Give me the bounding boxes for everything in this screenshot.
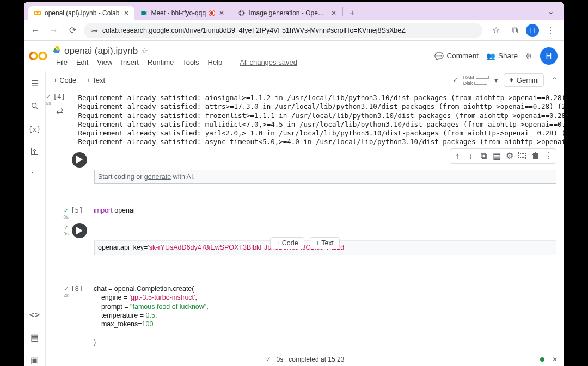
close-icon[interactable]: ✕ xyxy=(218,9,225,17)
collapse-icon[interactable]: ⌃ xyxy=(549,74,560,86)
tab-title: Meet - bhi-tfyo-qqq xyxy=(151,9,206,17)
site-info-icon[interactable]: ⊶ xyxy=(90,26,98,35)
commands-icon[interactable]: ▤ xyxy=(29,331,41,343)
add-code-button[interactable]: + Code xyxy=(50,75,79,86)
tab-title: openai (api).ipynb - Colab xyxy=(45,9,119,17)
move-down-icon[interactable]: ↓ xyxy=(464,150,476,162)
cell-action-toolbar: ↑ ↓ ⧉ ▤ ⚙ ⿻ 🗑 ⋮ xyxy=(450,148,556,164)
code-icon[interactable]: <> xyxy=(29,308,41,320)
search-icon[interactable] xyxy=(29,100,41,112)
url-input[interactable]: ⊶ colab.research.google.com/drive/1iunu8… xyxy=(84,23,482,38)
forward-button[interactable]: → xyxy=(47,23,61,38)
new-tab-button[interactable]: + xyxy=(344,6,360,20)
code-editor[interactable]: chat = openai.Completion.create( engine … xyxy=(94,283,564,348)
star-icon[interactable]: ☆ xyxy=(141,46,148,56)
account-avatar[interactable]: H xyxy=(540,47,558,65)
browser-tab-colab[interactable]: openai (api).ipynb - Colab ✕ xyxy=(28,6,134,20)
menu-help[interactable]: Help xyxy=(204,57,226,67)
prompt-number: [4] xyxy=(53,92,66,101)
cell-duration: 2s xyxy=(63,293,69,298)
close-icon[interactable]: ✕ xyxy=(330,9,337,17)
more-icon[interactable]: ⋮ xyxy=(543,150,555,162)
bookmark-icon[interactable]: ☆ xyxy=(489,23,503,38)
check-icon: ✓ xyxy=(64,207,69,214)
save-status[interactable]: All changes saved xyxy=(236,57,301,67)
insert-text-button[interactable]: + Text xyxy=(310,237,340,249)
resource-indicator[interactable]: RAM Disk xyxy=(463,75,489,86)
colab-app: openai (api).ipynb ☆ File Edit View Inse… xyxy=(24,41,564,366)
menu-tools[interactable]: Tools xyxy=(179,57,203,67)
output-expand-icon[interactable]: ⇄ xyxy=(56,106,76,116)
secrets-icon[interactable]: ⚿ xyxy=(29,146,41,158)
check-icon: ✓ xyxy=(46,94,51,101)
browser-window: openai (api).ipynb - Colab ✕ Meet - bhi-… xyxy=(24,2,564,366)
browser-tab-meet[interactable]: Meet - bhi-tfyo-qqq ✕ xyxy=(134,6,230,20)
svg-point-5 xyxy=(39,52,46,59)
link-icon[interactable]: ⧉ xyxy=(477,150,489,162)
menu-edit[interactable]: Edit xyxy=(72,57,92,67)
comment-icon: 💬 xyxy=(434,52,444,60)
resource-dropdown-icon[interactable]: ▾ xyxy=(494,76,498,84)
connection-status-icon xyxy=(540,357,544,362)
menu-file[interactable]: File xyxy=(52,57,71,67)
url-text: colab.research.google.com/drive/1iunu8dB… xyxy=(102,27,406,34)
notebook-title[interactable]: openai (api).ipynb xyxy=(64,46,138,57)
tab-title: Image generation - OpenAI A xyxy=(249,9,327,17)
mirror-icon[interactable]: ⿻ xyxy=(517,150,529,162)
gear-icon[interactable]: ⚙ xyxy=(525,52,532,60)
status-bar: ✓ 0s completed at 15:23 ✕ xyxy=(46,352,564,366)
cell-toolbar-top: + Code + Text ✓ RAM Disk ▾ ✦Gemini ⌃ xyxy=(46,71,564,90)
left-rail: ☰ {x} ⚿ 🗀 <> ▤ ▣ xyxy=(24,71,46,366)
run-button[interactable] xyxy=(72,223,87,238)
extensions-icon[interactable]: ⧉ xyxy=(507,23,522,38)
variables-icon[interactable]: {x} xyxy=(29,123,41,135)
cell-4-output: Requirement already satisfied: aiosignal… xyxy=(76,91,564,149)
comment-button[interactable]: 💬Comment xyxy=(434,52,479,60)
share-button[interactable]: 👥Share xyxy=(486,52,518,60)
check-icon: ✓ xyxy=(453,77,458,84)
svg-point-6 xyxy=(32,103,36,108)
move-up-icon[interactable]: ↑ xyxy=(451,150,463,162)
cell-apikey[interactable]: ✓0s openai.api_key='sk-rYUsAdD6dy478iEwS… xyxy=(46,221,564,275)
cell-duration: 6s xyxy=(46,101,51,106)
status-time: 0s xyxy=(277,356,284,363)
menu-insert[interactable]: Insert xyxy=(117,57,143,67)
check-icon: ✓ xyxy=(266,356,271,363)
gear-icon[interactable]: ⚙ xyxy=(504,150,516,162)
menu-bar: File Edit View Insert Runtime Tools Help… xyxy=(52,57,430,67)
address-bar: ← → ⟳ ⊶ colab.research.google.com/drive/… xyxy=(24,20,564,41)
insert-code-button[interactable]: + Code xyxy=(270,237,304,249)
cell-4[interactable]: ✓6s [4] ⇄ Requirement already satisfied:… xyxy=(46,90,564,150)
reload-button[interactable]: ⟳ xyxy=(65,23,79,38)
toc-icon[interactable]: ☰ xyxy=(29,77,41,89)
colab-logo-icon[interactable] xyxy=(28,46,48,66)
browser-tab-openai[interactable]: Image generation - OpenAI A ✕ xyxy=(232,6,341,20)
cell-duration: 0s xyxy=(63,214,69,220)
prompt-number: [5] xyxy=(71,206,83,214)
run-button[interactable] xyxy=(72,152,87,168)
cell-generate[interactable]: ↑ ↓ ⧉ ▤ ⚙ ⿻ 🗑 ⋮ xyxy=(46,150,564,204)
profile-avatar[interactable]: H xyxy=(526,24,539,37)
menu-runtime[interactable]: Runtime xyxy=(144,57,177,67)
close-icon[interactable]: ✕ xyxy=(552,356,558,363)
cell-duration: 0s xyxy=(63,231,69,237)
svg-point-1 xyxy=(38,11,41,15)
back-button[interactable]: ← xyxy=(28,23,42,38)
cell-5[interactable]: ✓0s [5] import openai xyxy=(46,204,564,221)
tabs-chevron-down-icon[interactable]: ⌄ xyxy=(542,4,560,18)
add-text-button[interactable]: + Text xyxy=(83,75,108,86)
status-message: completed at 15:23 xyxy=(289,356,344,363)
delete-icon[interactable]: 🗑 xyxy=(530,150,542,162)
svg-point-2 xyxy=(240,11,244,15)
code-editor[interactable]: Start coding or generate with AI. xyxy=(94,170,556,184)
terminal-icon[interactable]: ▣ xyxy=(29,354,41,366)
close-icon[interactable]: ✕ xyxy=(122,9,130,17)
comment-icon[interactable]: ▤ xyxy=(491,150,503,162)
browser-menu-icon[interactable]: ⋮ xyxy=(543,23,558,38)
menu-view[interactable]: View xyxy=(93,57,116,67)
gemini-button[interactable]: ✦Gemini xyxy=(504,73,544,87)
generate-link[interactable]: generate xyxy=(144,173,171,181)
share-icon: 👥 xyxy=(486,52,495,60)
files-icon[interactable]: 🗀 xyxy=(29,169,41,181)
cell-8[interactable]: ✓2s [8] chat = openai.Completion.create(… xyxy=(46,282,564,349)
